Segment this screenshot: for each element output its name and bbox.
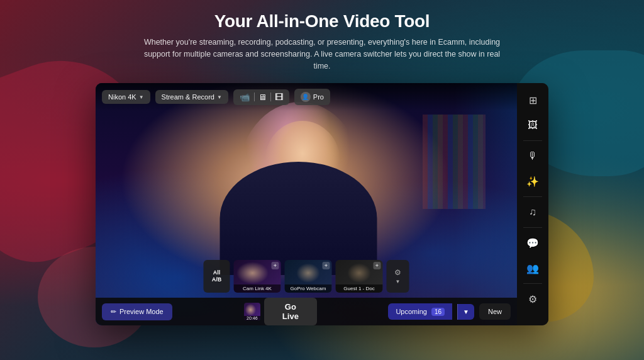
cam-thumb-camlink[interactable]: + Cam Link 4K	[234, 260, 281, 293]
sidebar-separator-3	[523, 227, 542, 228]
go-live-thumbnail: 20:46	[244, 303, 261, 320]
page-subtitle: Whether you're streaming, recording, pod…	[140, 37, 504, 72]
all-cameras-button[interactable]: AllA/B	[204, 260, 230, 293]
music-button[interactable]: ♫	[521, 200, 545, 224]
camera-label: Nikon 4K	[108, 93, 136, 101]
media-type-buttons[interactable]: 📹 🖥 🎞	[233, 89, 289, 105]
music-icon: ♫	[529, 206, 536, 218]
camera-chevron-icon: ▼	[139, 94, 144, 100]
cam-add-icon: +	[272, 262, 279, 269]
icon-separator-2	[270, 93, 271, 101]
chat-icon: 💬	[526, 237, 539, 249]
cam-settings-chevron: ▼	[396, 279, 401, 284]
upcoming-chevron-icon: ▼	[463, 308, 469, 315]
cam-settings-icon: ⚙	[394, 268, 401, 277]
sidebar-separator-4	[523, 283, 542, 284]
bottom-bar: ✏ Preview Mode 20:46 Go Live Upcoming	[96, 298, 517, 325]
preview-mode-button[interactable]: ✏ Preview Mode	[102, 303, 172, 320]
go-live-container: 20:46 Go Live	[244, 298, 317, 325]
grid-icon: ⊞	[529, 94, 537, 106]
cam-add-icon-3: +	[374, 262, 381, 269]
guests-button[interactable]: 👥	[521, 256, 545, 280]
video-main: Nikon 4K ▼ Stream & Record ▼ 📹 🖥 🎞 👤	[96, 83, 517, 325]
video-light-right	[454, 83, 517, 325]
microphone-button[interactable]: 🎙	[521, 144, 545, 168]
sidebar-separator-1	[523, 140, 542, 141]
mode-chevron-icon: ▼	[217, 94, 222, 100]
film-icon: 🎞	[275, 93, 283, 102]
mode-label: Stream & Record	[162, 93, 214, 101]
go-live-timer: 20:46	[244, 316, 261, 320]
app-window: Nikon 4K ▼ Stream & Record ▼ 📹 🖥 🎞 👤	[96, 83, 548, 325]
mic-icon: 🎙	[528, 150, 538, 162]
pro-label: Pro	[313, 93, 324, 101]
go-live-button[interactable]: Go Live	[264, 298, 316, 325]
all-cameras-label: AllA/B	[212, 269, 222, 283]
people-icon: 👥	[526, 262, 539, 274]
preview-mode-label: Preview Mode	[119, 308, 164, 315]
monitor-icon: 🖥	[258, 93, 267, 102]
settings-icon: ⚙	[528, 293, 537, 305]
cam-label-guest: Guest 1 - Doc	[336, 284, 383, 293]
pro-button[interactable]: 👤 Pro	[294, 89, 330, 105]
cam-thumb-gopro[interactable]: + GoPro Webcam	[285, 260, 332, 293]
new-label: New	[488, 308, 502, 315]
pencil-icon: ✏	[111, 308, 116, 316]
page-title: Your All-in-One Video Tool	[214, 11, 430, 31]
go-live-label: Go Live	[282, 302, 299, 321]
settings-button[interactable]: ⚙	[521, 287, 545, 311]
camera-select-button[interactable]: Nikon 4K ▼	[102, 90, 150, 104]
sidebar-separator-2	[523, 196, 542, 197]
upcoming-label: Upcoming	[396, 308, 427, 315]
new-button[interactable]: New	[479, 303, 511, 320]
wand-icon: ✨	[526, 176, 539, 188]
upcoming-button[interactable]: Upcoming 16	[388, 303, 452, 320]
chat-button[interactable]: 💬	[521, 231, 545, 255]
video-body	[220, 162, 377, 275]
toolbar-top: Nikon 4K ▼ Stream & Record ▼ 📹 🖥 🎞 👤	[96, 83, 517, 111]
effects-button[interactable]: ✨	[521, 169, 545, 193]
grid-layout-button[interactable]: ⊞	[521, 88, 545, 112]
upcoming-count-badge: 16	[431, 308, 445, 316]
sidebar-right: ⊞ 🖼 🎙 ✨ ♫ 💬 👥	[517, 83, 548, 325]
cam-label-camlink: Cam Link 4K	[234, 284, 281, 293]
image-overlay-button[interactable]: 🖼	[521, 113, 545, 137]
upcoming-chevron-button[interactable]: ▼	[457, 304, 474, 320]
cam-add-icon-2: +	[323, 262, 330, 269]
cam-settings-button[interactable]: ⚙ ▼	[387, 260, 409, 293]
content-wrapper: Your All-in-One Video Tool Whether you'r…	[0, 0, 644, 360]
pro-user-icon: 👤	[301, 92, 311, 102]
cam-label-gopro: GoPro Webcam	[285, 284, 332, 293]
camera-switcher: AllA/B + Cam Link 4K + GoPro Webcam + Gu…	[204, 260, 409, 293]
video-camera-icon: 📹	[240, 93, 250, 102]
cam-thumb-guest[interactable]: + Guest 1 - Doc	[336, 260, 383, 293]
image-icon: 🖼	[528, 120, 538, 131]
mode-select-button[interactable]: Stream & Record ▼	[155, 90, 228, 104]
icon-separator	[254, 93, 255, 101]
